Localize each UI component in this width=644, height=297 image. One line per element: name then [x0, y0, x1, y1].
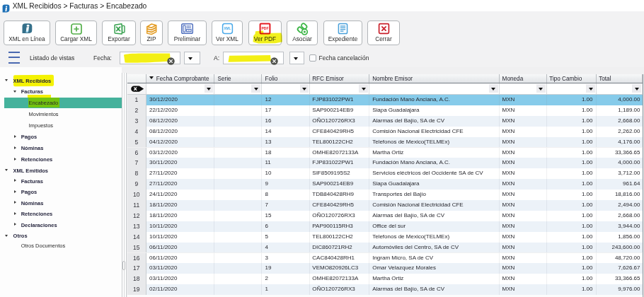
svg-text:XML: XML	[224, 27, 231, 30]
